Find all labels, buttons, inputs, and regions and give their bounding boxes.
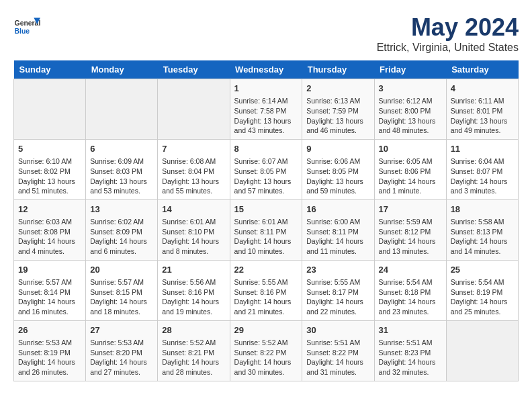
day-info: Sunrise: 5:57 AMSunset: 8:15 PMDaylight:…	[90, 277, 153, 317]
day-info: Sunrise: 6:08 AMSunset: 8:04 PMDaylight:…	[162, 156, 225, 196]
day-number: 18	[451, 203, 514, 216]
day-number: 5	[18, 143, 81, 155]
day-info: Sunrise: 6:11 AMSunset: 8:01 PMDaylight:…	[451, 96, 514, 136]
day-number: 11	[451, 143, 514, 155]
calendar-header: SundayMondayTuesdayWednesdayThursdayFrid…	[14, 60, 519, 79]
day-number: 1	[234, 83, 298, 95]
day-cell: 9Sunrise: 6:06 AMSunset: 8:05 PMDaylight…	[302, 139, 374, 199]
day-number: 27	[90, 324, 153, 336]
day-info: Sunrise: 6:01 AMSunset: 8:11 PMDaylight:…	[234, 217, 298, 257]
day-number: 23	[306, 264, 369, 276]
day-cell: 1Sunrise: 6:14 AMSunset: 7:58 PMDaylight…	[230, 79, 302, 140]
day-cell	[86, 79, 158, 140]
week-row-5: 26Sunrise: 5:53 AMSunset: 8:19 PMDayligh…	[14, 320, 519, 381]
day-cell: 16Sunrise: 6:00 AMSunset: 8:11 PMDayligh…	[302, 199, 374, 260]
day-number: 2	[306, 83, 369, 95]
day-cell: 29Sunrise: 5:52 AMSunset: 8:22 PMDayligh…	[230, 320, 302, 381]
logo-icon: General Blue	[13, 13, 40, 40]
day-cell: 14Sunrise: 6:01 AMSunset: 8:10 PMDayligh…	[158, 199, 230, 260]
day-cell: 13Sunrise: 6:02 AMSunset: 8:09 PMDayligh…	[86, 199, 158, 260]
day-number: 26	[18, 324, 81, 336]
day-info: Sunrise: 5:52 AMSunset: 8:22 PMDaylight:…	[234, 338, 298, 377]
day-cell: 3Sunrise: 6:12 AMSunset: 8:00 PMDaylight…	[374, 79, 446, 140]
day-cell: 21Sunrise: 5:56 AMSunset: 8:16 PMDayligh…	[158, 260, 230, 320]
header-cell-tuesday: Tuesday	[158, 60, 230, 79]
header-cell-sunday: Sunday	[14, 60, 86, 79]
day-number: 22	[234, 264, 298, 276]
day-info: Sunrise: 5:54 AMSunset: 8:19 PMDaylight:…	[451, 277, 514, 317]
day-info: Sunrise: 5:51 AMSunset: 8:23 PMDaylight:…	[379, 338, 442, 377]
day-cell: 2Sunrise: 6:13 AMSunset: 7:59 PMDaylight…	[302, 79, 374, 140]
day-number: 4	[451, 83, 514, 95]
calendar-table: SundayMondayTuesdayWednesdayThursdayFrid…	[13, 60, 519, 381]
day-cell: 27Sunrise: 5:53 AMSunset: 8:20 PMDayligh…	[86, 320, 158, 381]
day-info: Sunrise: 6:02 AMSunset: 8:09 PMDaylight:…	[90, 217, 153, 257]
day-cell: 30Sunrise: 5:51 AMSunset: 8:22 PMDayligh…	[302, 320, 374, 381]
day-info: Sunrise: 5:55 AMSunset: 8:17 PMDaylight:…	[306, 277, 369, 317]
week-row-3: 12Sunrise: 6:03 AMSunset: 8:08 PMDayligh…	[14, 199, 519, 260]
day-cell: 6Sunrise: 6:09 AMSunset: 8:03 PMDaylight…	[86, 139, 158, 199]
day-number: 14	[162, 203, 225, 216]
day-info: Sunrise: 5:54 AMSunset: 8:18 PMDaylight:…	[379, 277, 442, 317]
day-number: 16	[306, 203, 369, 216]
day-number: 8	[234, 143, 298, 155]
week-row-4: 19Sunrise: 5:57 AMSunset: 8:14 PMDayligh…	[14, 260, 519, 320]
calendar-body: 1Sunrise: 6:14 AMSunset: 7:58 PMDaylight…	[14, 79, 519, 381]
day-number: 29	[234, 324, 298, 336]
day-info: Sunrise: 5:51 AMSunset: 8:22 PMDaylight:…	[306, 338, 369, 377]
day-info: Sunrise: 5:57 AMSunset: 8:14 PMDaylight:…	[18, 277, 81, 317]
day-info: Sunrise: 6:10 AMSunset: 8:02 PMDaylight:…	[18, 156, 81, 196]
day-info: Sunrise: 6:14 AMSunset: 7:58 PMDaylight:…	[234, 96, 298, 136]
day-cell: 28Sunrise: 5:52 AMSunset: 8:21 PMDayligh…	[158, 320, 230, 381]
day-cell: 18Sunrise: 5:58 AMSunset: 8:13 PMDayligh…	[446, 199, 518, 260]
day-number: 19	[18, 264, 81, 276]
day-cell: 19Sunrise: 5:57 AMSunset: 8:14 PMDayligh…	[14, 260, 86, 320]
day-cell	[446, 320, 518, 381]
day-info: Sunrise: 6:00 AMSunset: 8:11 PMDaylight:…	[306, 217, 369, 257]
day-number: 10	[379, 143, 442, 155]
day-cell: 10Sunrise: 6:05 AMSunset: 8:06 PMDayligh…	[374, 139, 446, 199]
day-number: 28	[162, 324, 225, 336]
day-number: 7	[162, 143, 225, 155]
day-cell: 11Sunrise: 6:04 AMSunset: 8:07 PMDayligh…	[446, 139, 518, 199]
day-cell: 25Sunrise: 5:54 AMSunset: 8:19 PMDayligh…	[446, 260, 518, 320]
header-cell-saturday: Saturday	[446, 60, 518, 79]
day-cell	[14, 79, 86, 140]
page-header: General Blue May 2024 Ettrick, Virginia,…	[13, 13, 519, 54]
day-cell: 23Sunrise: 5:55 AMSunset: 8:17 PMDayligh…	[302, 260, 374, 320]
day-number: 30	[306, 324, 369, 336]
week-row-1: 1Sunrise: 6:14 AMSunset: 7:58 PMDaylight…	[14, 79, 519, 140]
day-info: Sunrise: 6:06 AMSunset: 8:05 PMDaylight:…	[306, 156, 369, 196]
day-info: Sunrise: 6:12 AMSunset: 8:00 PMDaylight:…	[379, 96, 442, 136]
day-cell: 12Sunrise: 6:03 AMSunset: 8:08 PMDayligh…	[14, 199, 86, 260]
day-cell: 5Sunrise: 6:10 AMSunset: 8:02 PMDaylight…	[14, 139, 86, 199]
location: Ettrick, Virginia, United States	[377, 42, 519, 54]
header-row: SundayMondayTuesdayWednesdayThursdayFrid…	[14, 60, 519, 79]
day-number: 20	[90, 264, 153, 276]
day-info: Sunrise: 6:01 AMSunset: 8:10 PMDaylight:…	[162, 217, 225, 257]
day-number: 31	[379, 324, 442, 336]
svg-text:Blue: Blue	[15, 28, 30, 35]
day-number: 17	[379, 203, 442, 216]
week-row-2: 5Sunrise: 6:10 AMSunset: 8:02 PMDaylight…	[14, 139, 519, 199]
day-number: 9	[306, 143, 369, 155]
header-cell-monday: Monday	[86, 60, 158, 79]
day-cell: 20Sunrise: 5:57 AMSunset: 8:15 PMDayligh…	[86, 260, 158, 320]
day-info: Sunrise: 5:53 AMSunset: 8:19 PMDaylight:…	[18, 338, 81, 377]
day-number: 21	[162, 264, 225, 276]
day-cell: 17Sunrise: 5:59 AMSunset: 8:12 PMDayligh…	[374, 199, 446, 260]
day-info: Sunrise: 6:04 AMSunset: 8:07 PMDaylight:…	[451, 156, 514, 196]
header-cell-wednesday: Wednesday	[230, 60, 302, 79]
day-number: 24	[379, 264, 442, 276]
day-cell	[158, 79, 230, 140]
day-number: 6	[90, 143, 153, 155]
day-info: Sunrise: 5:58 AMSunset: 8:13 PMDaylight:…	[451, 217, 514, 257]
month-year: May 2024	[377, 13, 519, 42]
day-info: Sunrise: 5:53 AMSunset: 8:20 PMDaylight:…	[90, 338, 153, 377]
day-info: Sunrise: 6:09 AMSunset: 8:03 PMDaylight:…	[90, 156, 153, 196]
day-info: Sunrise: 5:59 AMSunset: 8:12 PMDaylight:…	[379, 217, 442, 257]
day-number: 12	[18, 203, 81, 216]
day-cell: 4Sunrise: 6:11 AMSunset: 8:01 PMDaylight…	[446, 79, 518, 140]
day-number: 13	[90, 203, 153, 216]
header-cell-friday: Friday	[374, 60, 446, 79]
